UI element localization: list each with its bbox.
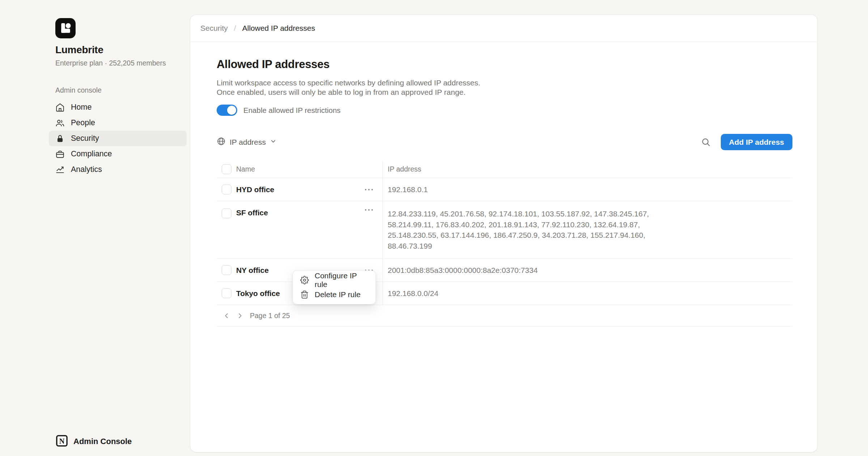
previous-page-icon[interactable] [222,311,231,321]
column-header-name: Name [236,165,255,173]
sidebar-item-compliance[interactable]: Compliance [49,146,187,162]
page-content: Allowed IP addresses Limit workspace acc… [190,58,817,326]
sidebar-item-label: People [71,118,95,127]
page-description-line2: Once enabled, users will only be able to… [217,88,792,97]
workspace-name: Lumebrite [55,44,187,56]
briefcase-icon [55,149,65,159]
sidebar-item-people[interactable]: People [49,115,187,131]
row-ip-cell: 192.168.0.0/24 [382,282,792,305]
toggle-knob [227,106,236,115]
row-actions-ellipsis-icon[interactable] [364,188,374,191]
row-ip-value: 12.84.233.119, 45.201.76.58, 92.174.18.1… [388,208,690,251]
row-ip-value: 192.168.0.0/24 [388,288,438,299]
header-ip-cell: IP address [382,160,792,178]
meta-dot: · [105,59,107,67]
trash-icon [300,290,309,299]
sidebar-item-label: Security [71,134,99,143]
table-toolbar: IP address Add IP address [217,134,792,150]
sidebar-item-security[interactable]: Security [49,131,187,146]
ip-restrictions-toggle-row: Enable allowed IP restrictions [217,105,792,116]
svg-text:N: N [59,437,65,445]
row-checkbox[interactable] [222,265,231,275]
toolbar-right: Add IP address [701,134,793,150]
ip-restrictions-toggle[interactable] [217,105,237,116]
main-area: Security / Allowed IP addresses Allowed … [190,0,868,456]
ip-address-filter-dropdown[interactable]: IP address [217,137,277,148]
row-ip-value: 192.168.0.1 [388,184,428,195]
people-icon [55,118,65,128]
filter-label: IP address [230,138,266,147]
pagination: Page 1 of 25 [217,305,792,326]
search-icon[interactable] [701,137,711,147]
row-name-cell: HYD office [217,178,382,201]
row-ip-cell: 2001:0db8:85a3:0000:0000:8a2e:0370:7334 [382,259,792,282]
menu-item-delete-ip-rule[interactable]: Delete IP rule [293,287,375,302]
globe-icon [217,137,226,148]
row-name-cell: SF office [217,201,382,258]
sidebar-nav: Home People Security Compliance Analytic… [49,100,187,177]
table-row: SF office 12.84.233.119, 45.201.76.58, 9… [217,201,792,259]
menu-item-label: Delete IP rule [315,290,361,299]
row-checkbox[interactable] [222,208,231,218]
select-all-checkbox[interactable] [222,164,231,174]
gear-icon [300,276,309,284]
sidebar-item-label: Home [71,103,92,112]
toggle-label: Enable allowed IP restrictions [243,106,341,115]
admin-console-label: Admin Console [73,437,132,446]
breadcrumb: Security / Allowed IP addresses [190,15,817,42]
home-icon [55,103,65,112]
row-context-menu: Configure IP rule Delete IP rule [293,270,376,304]
breadcrumb-separator: / [234,24,236,33]
row-name: NY office [236,266,269,275]
sidebar-item-home[interactable]: Home [49,100,187,115]
analytics-icon [55,165,65,174]
page-description-line1: Limit workspace access to specific netwo… [217,78,792,88]
table-row: HYD office 192.168.0.1 [217,178,792,201]
row-name: Tokyo office [236,289,280,298]
row-actions-ellipsis-icon[interactable] [364,208,374,211]
row-name: HYD office [236,185,274,194]
row-checkbox[interactable] [222,185,231,194]
content-card: Security / Allowed IP addresses Allowed … [190,14,818,452]
row-checkbox[interactable] [222,288,231,298]
next-page-icon[interactable] [235,311,245,321]
workspace-logo-icon [55,18,76,38]
page-title: Allowed IP addresses [217,58,792,71]
row-name: SF office [236,208,268,217]
workspace-plan-members: Enterprise plan · 252,205 members [55,59,187,67]
sidebar-item-label: Analytics [71,165,102,174]
sidebar-item-analytics[interactable]: Analytics [49,162,187,177]
column-header-ip: IP address [388,165,421,173]
sidebar-section-label: Admin console [55,86,187,94]
sidebar: Lumebrite Enterprise plan · 252,205 memb… [0,0,190,456]
members-count: 252,205 members [109,59,166,67]
sidebar-item-label: Compliance [71,149,112,159]
menu-item-label: Configure IP rule [315,271,368,289]
page-description: Limit workspace access to specific netwo… [217,78,792,97]
row-ip-cell: 192.168.0.1 [382,178,792,201]
header-name-cell: Name [217,160,382,178]
plan-label: Enterprise plan [55,59,103,67]
row-ip-value: 2001:0db8:85a3:0000:0000:8a2e:0370:7334 [388,265,538,276]
add-ip-address-button[interactable]: Add IP address [721,134,793,150]
notion-logo-icon: N [55,434,68,449]
lock-icon [55,134,65,143]
admin-console-footer[interactable]: N Admin Console [55,434,187,449]
menu-item-configure-ip-rule[interactable]: Configure IP rule [293,273,375,287]
breadcrumb-parent[interactable]: Security [200,24,228,33]
breadcrumb-current: Allowed IP addresses [242,24,315,33]
chevron-down-icon [270,138,277,147]
table-header-row: Name IP address [217,160,792,178]
pagination-label: Page 1 of 25 [250,312,290,320]
row-ip-cell: 12.84.233.119, 45.201.76.58, 92.174.18.1… [382,201,792,258]
